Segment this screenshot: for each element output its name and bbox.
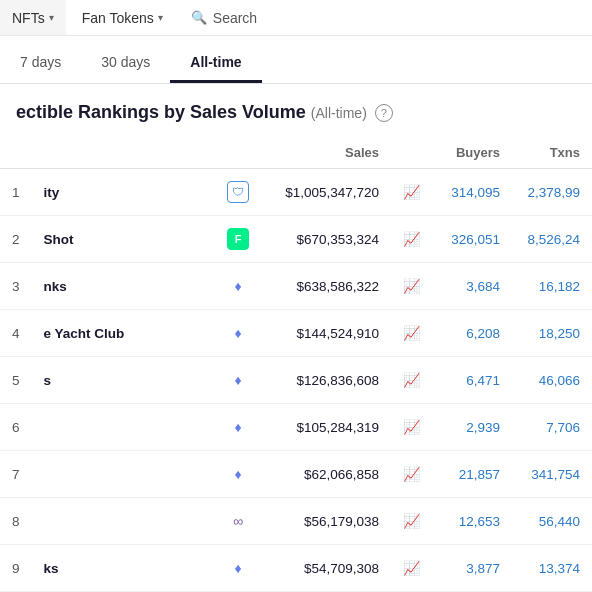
ronin-icon: ∞ <box>227 510 249 532</box>
cell-txns: 56,440 <box>512 498 592 545</box>
cell-blockchain: ♦ <box>215 263 261 310</box>
table-row: 4e Yacht Club♦$144,524,910📈6,20818,250 <box>0 310 592 357</box>
cell-buyers: 2,939 <box>432 404 512 451</box>
cell-rank: 1 <box>0 169 32 216</box>
cell-chart[interactable]: 📈 <box>391 263 432 310</box>
cell-chart[interactable]: 📈 <box>391 216 432 263</box>
cell-blockchain: ♦ <box>215 357 261 404</box>
cell-txns: 341,754 <box>512 451 592 498</box>
col-name <box>32 137 215 169</box>
cell-txns: 46,066 <box>512 357 592 404</box>
cell-chart[interactable]: 📈 <box>391 404 432 451</box>
cell-name[interactable]: e Yacht Club <box>32 310 215 357</box>
table-row: 6♦$105,284,319📈2,9397,706 <box>0 404 592 451</box>
col-blockchain <box>215 137 261 169</box>
eth-icon: ♦ <box>227 557 249 579</box>
trend-up-icon: 📈 <box>403 372 420 388</box>
cell-name[interactable]: ity <box>32 169 215 216</box>
search-area[interactable]: 🔍 Search <box>179 10 269 26</box>
eth-icon: ♦ <box>227 275 249 297</box>
cell-sales: $670,353,324 <box>261 216 391 263</box>
cell-sales: $126,836,608 <box>261 357 391 404</box>
cell-txns: 13,374 <box>512 545 592 592</box>
cell-buyers: 3,877 <box>432 545 512 592</box>
shield-icon: 🛡 <box>227 181 249 203</box>
search-label: Search <box>213 10 257 26</box>
cell-rank: 7 <box>0 451 32 498</box>
rankings-table: Sales Buyers Txns 1ity🛡$1,005,347,720📈31… <box>0 137 592 592</box>
cell-txns: 7,706 <box>512 404 592 451</box>
table-row: 3nks♦$638,586,322📈3,68416,182 <box>0 263 592 310</box>
help-icon[interactable]: ? <box>375 104 393 122</box>
cell-blockchain: ∞ <box>215 498 261 545</box>
trend-up-icon: 📈 <box>403 278 420 294</box>
cell-rank: 5 <box>0 357 32 404</box>
col-chart <box>391 137 432 169</box>
cell-buyers: 12,653 <box>432 498 512 545</box>
eth-icon: ♦ <box>227 416 249 438</box>
cell-buyers: 314,095 <box>432 169 512 216</box>
table-body: 1ity🛡$1,005,347,720📈314,0952,378,992Shot… <box>0 169 592 592</box>
cell-name[interactable]: s <box>32 357 215 404</box>
page-title: ectible Rankings by Sales Volume (All-ti… <box>16 102 367 123</box>
cell-blockchain: ♦ <box>215 545 261 592</box>
trend-up-icon: 📈 <box>403 325 420 341</box>
cell-chart[interactable]: 📈 <box>391 357 432 404</box>
cell-buyers: 21,857 <box>432 451 512 498</box>
tab-alltime[interactable]: All-time <box>170 44 261 83</box>
page-subtitle: (All-time) <box>311 105 367 121</box>
tabs-row: 7 days 30 days All-time <box>0 44 592 84</box>
cell-blockchain: ♦ <box>215 404 261 451</box>
cell-name[interactable] <box>32 451 215 498</box>
cell-sales: $144,524,910 <box>261 310 391 357</box>
rankings-table-wrap: Sales Buyers Txns 1ity🛡$1,005,347,720📈31… <box>0 137 592 592</box>
cell-name[interactable] <box>32 498 215 545</box>
cell-blockchain: 🛡 <box>215 169 261 216</box>
table-row: 7♦$62,066,858📈21,857341,754 <box>0 451 592 498</box>
cell-chart[interactable]: 📈 <box>391 451 432 498</box>
cell-txns: 16,182 <box>512 263 592 310</box>
cell-rank: 6 <box>0 404 32 451</box>
cell-chart[interactable]: 📈 <box>391 498 432 545</box>
table-header: Sales Buyers Txns <box>0 137 592 169</box>
trend-up-icon: 📈 <box>403 231 420 247</box>
cell-blockchain: ♦ <box>215 451 261 498</box>
cell-buyers: 6,471 <box>432 357 512 404</box>
top-navigation: NFTs ▾ Fan Tokens ▾ 🔍 Search <box>0 0 592 36</box>
flow-icon: F <box>227 228 249 250</box>
cell-rank: 4 <box>0 310 32 357</box>
cell-name[interactable] <box>32 404 215 451</box>
cell-blockchain: ♦ <box>215 310 261 357</box>
cell-chart[interactable]: 📈 <box>391 310 432 357</box>
cell-name[interactable]: Shot <box>32 216 215 263</box>
cell-txns: 18,250 <box>512 310 592 357</box>
trend-up-icon: 📈 <box>403 466 420 482</box>
tab-7days[interactable]: 7 days <box>0 44 81 83</box>
fan-tokens-chevron-icon: ▾ <box>158 12 163 23</box>
col-txns: Txns <box>512 137 592 169</box>
nfts-label: NFTs <box>12 10 45 26</box>
table-row: 1ity🛡$1,005,347,720📈314,0952,378,99 <box>0 169 592 216</box>
fan-tokens-label: Fan Tokens <box>82 10 154 26</box>
cell-rank: 3 <box>0 263 32 310</box>
col-buyers: Buyers <box>432 137 512 169</box>
tab-30days[interactable]: 30 days <box>81 44 170 83</box>
cell-buyers: 3,684 <box>432 263 512 310</box>
cell-name[interactable]: ks <box>32 545 215 592</box>
cell-chart[interactable]: 📈 <box>391 169 432 216</box>
nfts-nav-item[interactable]: NFTs ▾ <box>0 0 66 35</box>
cell-chart[interactable]: 📈 <box>391 545 432 592</box>
cell-txns: 8,526,24 <box>512 216 592 263</box>
fan-tokens-nav-item[interactable]: Fan Tokens ▾ <box>70 0 175 35</box>
cell-sales: $105,284,319 <box>261 404 391 451</box>
cell-name[interactable]: nks <box>32 263 215 310</box>
cell-sales: $54,709,308 <box>261 545 391 592</box>
col-rank <box>0 137 32 169</box>
col-sales: Sales <box>261 137 391 169</box>
table-row: 8∞$56,179,038📈12,65356,440 <box>0 498 592 545</box>
cell-buyers: 326,051 <box>432 216 512 263</box>
eth-icon: ♦ <box>227 369 249 391</box>
eth-icon: ♦ <box>227 463 249 485</box>
page-title-row: ectible Rankings by Sales Volume (All-ti… <box>0 84 592 137</box>
cell-sales: $56,179,038 <box>261 498 391 545</box>
